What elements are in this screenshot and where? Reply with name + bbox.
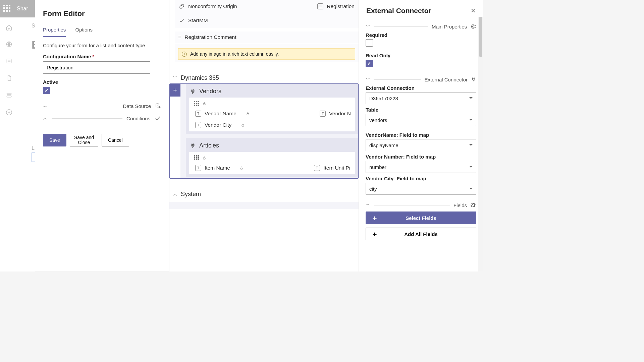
- chevron-down-icon[interactable]: ﹀: [366, 76, 370, 82]
- date-icon: [317, 3, 323, 9]
- svg-rect-12: [240, 168, 243, 170]
- map-vendorname-select[interactable]: displayName: [366, 139, 476, 151]
- form-editor-panel: Form Editor Properties Options Configure…: [35, 0, 169, 272]
- section-label: Conditions: [126, 116, 150, 121]
- field-item-unit-price[interactable]: T Item Unit Pr: [313, 162, 352, 174]
- tab-options[interactable]: Options: [75, 25, 93, 37]
- tab-properties[interactable]: Properties: [43, 25, 66, 37]
- field-vendor-name[interactable]: T Vendor Name: [195, 108, 251, 119]
- close-button[interactable]: ✕: [471, 7, 476, 14]
- lock-icon: [246, 111, 250, 116]
- connector-icon: [470, 76, 478, 83]
- field-label: StartMM: [188, 17, 208, 23]
- svg-point-5: [156, 104, 159, 105]
- section-label: External Connector: [425, 77, 468, 82]
- subcard-articles[interactable]: Articles: [186, 138, 358, 177]
- subcard-title: Vendors: [199, 88, 221, 95]
- chevron-up-icon[interactable]: ︿: [43, 115, 48, 121]
- field-nonconformity-origin[interactable]: Nonconformity Origin: [178, 1, 238, 12]
- map-vendorcity-select[interactable]: city: [366, 183, 476, 195]
- section-fields: ﹀ Fields: [366, 202, 476, 208]
- editor-description: Configure your form for a list and conte…: [43, 43, 161, 48]
- editor-tabs: Properties Options: [43, 25, 161, 37]
- info-icon: i: [182, 52, 187, 57]
- grid-icon: [194, 101, 199, 106]
- svg-rect-8: [203, 103, 205, 105]
- svg-rect-11: [203, 158, 205, 159]
- svg-rect-10: [242, 125, 244, 127]
- field-label: Item Name: [205, 165, 230, 171]
- section-label: Main Properties: [432, 24, 467, 29]
- field-vendor-city[interactable]: T Vendor City: [195, 119, 246, 131]
- add-subcard-button[interactable]: [170, 84, 180, 97]
- textarea-icon: ≡: [178, 34, 181, 40]
- readonly-label: Read Only: [366, 53, 476, 58]
- section-data-source: ︿ Data Source: [43, 103, 161, 109]
- svg-point-13: [473, 26, 474, 27]
- field-startmm[interactable]: StartMM: [178, 15, 209, 26]
- group-header-system[interactable]: ︿ System: [169, 188, 359, 200]
- subcard-title: Articles: [199, 142, 219, 149]
- group-title: System: [181, 191, 201, 198]
- external-connector-panel: External Connector ✕ ﹀ Main Properties R…: [359, 0, 483, 272]
- field-item-name[interactable]: T Item Name: [195, 162, 244, 174]
- text-icon: T: [195, 165, 201, 171]
- lock-icon: [241, 123, 245, 127]
- table-label: Table: [366, 107, 476, 113]
- link-icon: [179, 3, 185, 9]
- text-icon: T: [195, 122, 201, 128]
- field-label: Registration Comment: [184, 34, 236, 40]
- map-vendornumber-label: Vendor Number: Field to map: [366, 154, 476, 160]
- map-vendorname-label: VendorName: Field to map: [366, 132, 476, 138]
- chevron-down-icon: ﹀: [173, 74, 177, 80]
- select-fields-button[interactable]: ＋ Select Fields: [366, 212, 476, 224]
- field-label: Registration: [327, 3, 355, 9]
- add-all-fields-button[interactable]: ＋ Add All Fields: [366, 228, 476, 240]
- checkmark-icon: [154, 115, 161, 122]
- field-label: Item Unit Pr: [323, 165, 351, 171]
- save-button[interactable]: Save: [43, 134, 66, 146]
- subcard-vendors[interactable]: Vendors: [186, 84, 358, 134]
- grid-icon: [194, 155, 199, 160]
- text-icon: T: [195, 111, 201, 117]
- connector-icon: [189, 141, 197, 150]
- section-label: Fields: [453, 202, 467, 208]
- field-registration-date[interactable]: Registration: [317, 1, 355, 12]
- panel-title: External Connector: [366, 7, 431, 15]
- cancel-button[interactable]: Cancel: [102, 134, 129, 146]
- lock-icon: [202, 101, 206, 106]
- tip-text: Add any image in a rich text column easi…: [190, 51, 279, 57]
- field-label: Vendor N: [329, 111, 351, 117]
- gear-icon[interactable]: [470, 23, 476, 29]
- active-checkbox[interactable]: [43, 87, 50, 94]
- group-dynamics-card: Vendors: [169, 83, 359, 179]
- required-checkbox[interactable]: [366, 39, 373, 47]
- chevron-down-icon[interactable]: ﹀: [366, 202, 370, 208]
- table-select[interactable]: vendors: [366, 114, 476, 126]
- chevron-up-icon: ︿: [173, 191, 177, 197]
- save-and-close-button[interactable]: Save and Close: [70, 134, 98, 146]
- external-connection-select[interactable]: D365170223: [366, 92, 476, 104]
- field-vendor-number[interactable]: T Vendor N: [319, 108, 352, 119]
- connector-icon: [189, 87, 197, 96]
- config-name-input[interactable]: [43, 61, 150, 74]
- lock-icon: [202, 156, 206, 160]
- required-label: Required: [366, 32, 476, 38]
- map-vendorcity-label: Vendor City: Field to map: [366, 176, 476, 181]
- chevron-down-icon[interactable]: ﹀: [366, 23, 370, 29]
- text-icon: T: [320, 111, 326, 117]
- group-header-dynamics[interactable]: ﹀ Dynamics 365: [169, 72, 359, 83]
- edit-icon[interactable]: [470, 202, 476, 208]
- svg-rect-9: [247, 114, 249, 115]
- data-source-icon: [155, 103, 161, 109]
- chevron-up-icon[interactable]: ︿: [43, 103, 48, 109]
- readonly-checkbox[interactable]: [366, 60, 373, 67]
- panel-scrollbar[interactable]: [478, 17, 483, 272]
- config-name-label: Configuration Name *: [43, 54, 161, 59]
- form-canvas: Nonconformity Origin Registration StartM…: [169, 0, 359, 272]
- section-conditions: ︿ Conditions: [43, 115, 161, 122]
- map-vendornumber-select[interactable]: number: [366, 161, 476, 173]
- field-label: Nonconformity Origin: [188, 3, 237, 9]
- group-title: Dynamics 365: [181, 74, 219, 81]
- external-connection-label: External Connection: [366, 85, 476, 91]
